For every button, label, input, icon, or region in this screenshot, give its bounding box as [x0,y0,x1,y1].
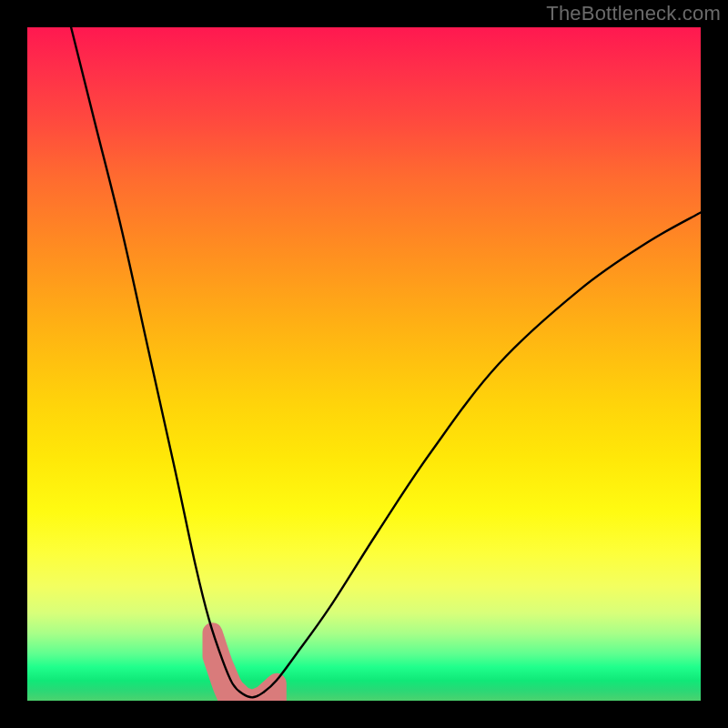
curve-group [71,27,701,697]
watermark-text: TheBottleneck.com [546,2,721,25]
plot-area [27,27,701,701]
chart-svg [27,27,701,701]
chart-frame: TheBottleneck.com [0,0,728,728]
